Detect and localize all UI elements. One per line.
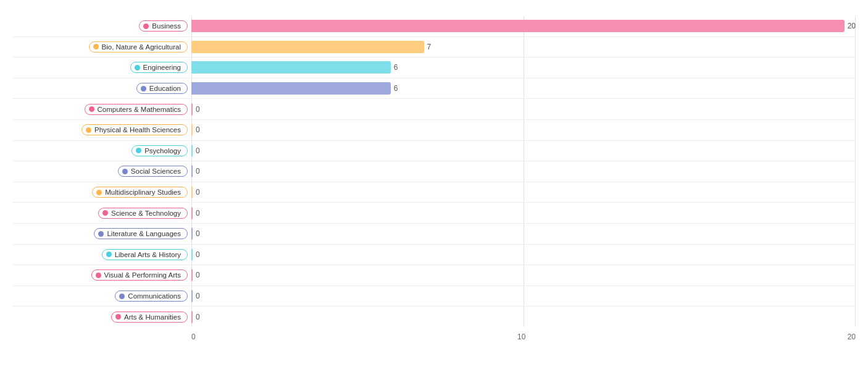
bar-row: Psychology0: [12, 141, 856, 162]
bar-track: 20: [191, 17, 856, 35]
bar-row: Visual & Performing Arts0: [12, 265, 856, 286]
bar-label-container: Bio, Nature & Agricultural: [12, 41, 191, 53]
bar-label-dot: [136, 148, 141, 153]
bar-fill: [191, 124, 193, 136]
bar-label-dot: [143, 23, 149, 29]
bar-row: Computers & Mathematics0: [12, 99, 856, 120]
bar-label-container: Visual & Performing Arts: [12, 269, 191, 281]
bar-value-label: 6: [394, 84, 398, 93]
bar-value-label: 0: [196, 250, 200, 259]
bar-label-text: Visual & Performing Arts: [104, 271, 181, 279]
bar-fill: [191, 165, 193, 177]
bar-value-label: 0: [196, 271, 200, 279]
bar-label-container: Multidisciplinary Studies: [12, 187, 191, 198]
bar-label-pill: Engineering: [130, 62, 188, 73]
bar-label-dot: [93, 44, 99, 49]
bar-track: 0: [191, 204, 856, 222]
chart-area: Business20Bio, Nature & Agricultural7Eng…: [12, 16, 856, 345]
bar-label-dot: [141, 86, 146, 91]
bar-fill: [191, 145, 193, 157]
bar-row: Engineering6: [12, 57, 856, 78]
bar-track: 0: [191, 308, 856, 326]
bar-row: Education6: [12, 78, 856, 100]
bar-label-pill: Education: [136, 83, 188, 94]
bar-track: 0: [191, 100, 856, 118]
bar-fill: [191, 41, 424, 53]
bar-label-text: Bio, Nature & Agricultural: [102, 43, 181, 51]
bar-row: Bio, Nature & Agricultural7: [12, 37, 856, 58]
bar-row: Liberal Arts & History0: [12, 245, 856, 266]
bar-value-label: 0: [196, 105, 200, 114]
bar-fill: [191, 227, 193, 240]
x-axis: 01020: [191, 328, 856, 345]
bar-row: Literature & Languages0: [12, 224, 856, 245]
x-axis-label: 0: [191, 333, 196, 341]
bar-label-text: Arts & Humanities: [124, 313, 181, 321]
bar-label-pill: Visual & Performing Arts: [91, 269, 188, 281]
bar-label-container: Education: [12, 83, 191, 94]
bar-label-text: Science & Technology: [111, 210, 181, 217]
bar-label-container: Social Sciences: [12, 166, 191, 177]
bar-label-pill: Science & Technology: [98, 208, 188, 219]
bar-track: 6: [191, 59, 856, 77]
bar-track: 6: [191, 80, 856, 98]
bar-label-dot: [89, 106, 94, 112]
bar-label-container: Computers & Mathematics: [12, 104, 191, 115]
bar-label-container: Science & Technology: [12, 208, 191, 219]
bar-track: 0: [191, 266, 856, 284]
bar-track: 0: [191, 287, 856, 305]
bar-row: Science & Technology0: [12, 203, 856, 224]
bar-track: 0: [191, 225, 856, 243]
bar-label-dot: [96, 273, 101, 278]
bar-track: 0: [191, 121, 856, 139]
bar-value-label: 0: [196, 292, 200, 300]
bar-label-pill: Liberal Arts & History: [102, 249, 188, 260]
bar-label-pill: Psychology: [131, 145, 188, 156]
bar-label-pill: Social Sciences: [118, 166, 188, 177]
bar-label-pill: Physical & Health Sciences: [81, 124, 188, 135]
bar-fill: [191, 103, 193, 116]
bar-row: Business20: [12, 16, 856, 37]
bar-label-pill: Computers & Mathematics: [85, 104, 188, 115]
bar-row: Physical & Health Sciences0: [12, 120, 856, 141]
bar-label-text: Computers & Mathematics: [98, 106, 182, 113]
bar-label-text: Education: [149, 85, 181, 92]
bar-track: 0: [191, 184, 856, 201]
chart-container: Business20Bio, Nature & Agricultural7Eng…: [0, 0, 868, 390]
bar-label-pill: Communications: [115, 290, 188, 302]
bar-track: 0: [191, 246, 856, 264]
bar-fill: [191, 311, 193, 323]
bar-row: Communications0: [12, 286, 856, 307]
bar-label-text: Liberal Arts & History: [115, 251, 181, 258]
bar-label-text: Engineering: [143, 64, 181, 71]
bar-label-text: Communications: [128, 292, 181, 300]
bar-label-dot: [119, 294, 125, 299]
bar-label-text: Social Sciences: [131, 167, 181, 175]
bar-label-container: Liberal Arts & History: [12, 249, 191, 260]
bar-fill: [191, 248, 193, 261]
bar-label-container: Communications: [12, 290, 191, 302]
bar-value-label: 0: [196, 125, 200, 134]
bar-label-dot: [86, 127, 91, 133]
bar-label-text: Business: [152, 22, 181, 30]
bar-label-dot: [115, 314, 121, 320]
bar-label-dot: [122, 169, 128, 174]
bar-value-label: 0: [196, 146, 200, 155]
bar-fill: [191, 269, 193, 281]
bar-label-container: Literature & Languages: [12, 228, 191, 239]
bar-fill: [191, 82, 391, 95]
bar-track: 0: [191, 142, 856, 160]
bar-value-label: 0: [196, 313, 200, 321]
bar-label-text: Multidisciplinary Studies: [105, 189, 181, 196]
bar-label-dot: [135, 65, 140, 70]
bar-label-pill: Bio, Nature & Agricultural: [89, 41, 188, 53]
bar-row: Social Sciences0: [12, 161, 856, 182]
bar-value-label: 7: [427, 43, 432, 51]
bar-label-text: Psychology: [144, 147, 181, 155]
bar-track: 7: [191, 38, 856, 56]
bar-fill: [191, 186, 193, 198]
bar-label-dot: [102, 210, 108, 216]
bar-fill: [191, 20, 845, 32]
bar-value-label: 0: [196, 229, 200, 238]
bars-wrapper: Business20Bio, Nature & Agricultural7Eng…: [12, 16, 856, 327]
